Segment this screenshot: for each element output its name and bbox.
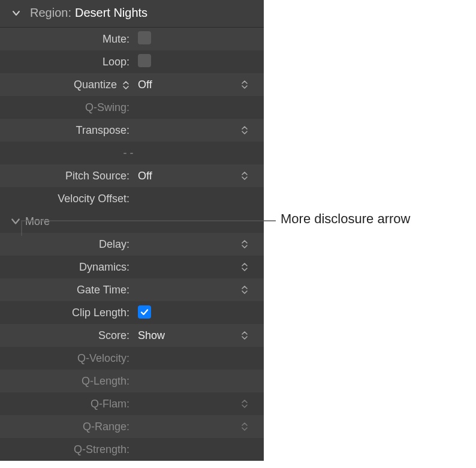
row-velocity-offset: Velocity Offset: <box>0 187 264 210</box>
region-header-label: Region: <box>30 6 71 20</box>
row-qflam: Q-Flam: <box>0 392 264 415</box>
quantize-stepper-icon[interactable] <box>240 79 249 91</box>
qlength-label: Q-Length: <box>0 375 133 388</box>
score-value-text: Show <box>138 329 165 341</box>
qflam-stepper-icon[interactable] <box>240 398 249 410</box>
qstrength-label: Q-Strength: <box>0 443 133 456</box>
row-quantize: Quantize Off <box>0 73 264 96</box>
quantize-value[interactable]: Off <box>133 79 257 91</box>
row-transpose: Transpose: <box>0 119 264 142</box>
more-label: More <box>25 215 50 228</box>
delay-label: Delay: <box>0 238 133 251</box>
velocity-offset-label: Velocity Offset: <box>0 193 133 205</box>
dynamics-label: Dynamics: <box>0 261 133 274</box>
mute-value <box>133 31 257 47</box>
score-label: Score: <box>0 329 133 342</box>
clip-length-checkbox[interactable] <box>138 305 151 319</box>
qflam-label: Q-Flam: <box>0 398 133 410</box>
chevron-down-icon <box>11 8 22 19</box>
quantize-updown-icon[interactable] <box>122 80 129 90</box>
more-disclosure-arrow-icon <box>11 217 20 226</box>
row-qlength: Q-Length: <box>0 370 264 392</box>
pitch-source-stepper-icon[interactable] <box>240 170 249 182</box>
gate-time-label: Gate Time: <box>0 284 133 296</box>
row-clip-length: Clip Length: <box>0 301 264 324</box>
quantize-value-text: Off <box>138 79 152 91</box>
loop-value <box>133 54 257 70</box>
loop-label: Loop: <box>0 56 133 68</box>
qrange-label: Q-Range: <box>0 421 133 433</box>
delay-stepper-icon[interactable] <box>240 238 249 250</box>
region-header-value: Desert Nights <box>75 6 147 20</box>
row-gate-time: Gate Time: <box>0 278 264 301</box>
qrange-stepper-icon[interactable] <box>240 421 249 433</box>
callout-text: More disclosure arrow <box>281 211 410 227</box>
row-delay: Delay: <box>0 233 264 256</box>
more-disclosure-row[interactable]: More <box>0 210 264 233</box>
pitch-source-value-text: Off <box>138 170 152 182</box>
region-header[interactable]: Region: Desert Nights <box>0 0 264 28</box>
qvelocity-label: Q-Velocity: <box>0 352 133 365</box>
gate-time-stepper-icon[interactable] <box>240 284 249 296</box>
row-qrange: Q-Range: <box>0 415 264 438</box>
finetune-value: - - <box>123 147 134 160</box>
transpose-label: Transpose: <box>0 124 133 137</box>
mute-checkbox[interactable] <box>138 31 151 44</box>
region-inspector-panel: Region: Desert Nights Mute: Loop: Quanti… <box>0 0 264 461</box>
row-qstrength: Q-Strength: <box>0 438 264 461</box>
loop-checkbox[interactable] <box>138 54 151 67</box>
row-mute: Mute: <box>0 28 264 50</box>
dynamics-stepper-icon[interactable] <box>240 261 249 273</box>
qswing-label: Q-Swing: <box>0 101 133 114</box>
score-stepper-icon[interactable] <box>240 329 249 341</box>
row-qvelocity: Q-Velocity: <box>0 347 264 370</box>
quantize-label-text: Quantize <box>74 79 117 91</box>
row-pitch-source: Pitch Source: Off <box>0 164 264 187</box>
row-score: Score: Show <box>0 324 264 347</box>
clip-length-value <box>133 305 257 320</box>
clip-length-label: Clip Length: <box>0 307 133 319</box>
quantize-label: Quantize <box>0 79 133 91</box>
pitch-source-value[interactable]: Off <box>133 170 257 182</box>
row-qswing: Q-Swing: <box>0 96 264 119</box>
transpose-stepper-icon[interactable] <box>240 124 249 136</box>
row-loop: Loop: <box>0 50 264 73</box>
mute-label: Mute: <box>0 33 133 46</box>
pitch-source-label: Pitch Source: <box>0 170 133 182</box>
score-value[interactable]: Show <box>133 329 257 342</box>
row-dynamics: Dynamics: <box>0 256 264 278</box>
row-finetune: - - <box>0 142 264 164</box>
